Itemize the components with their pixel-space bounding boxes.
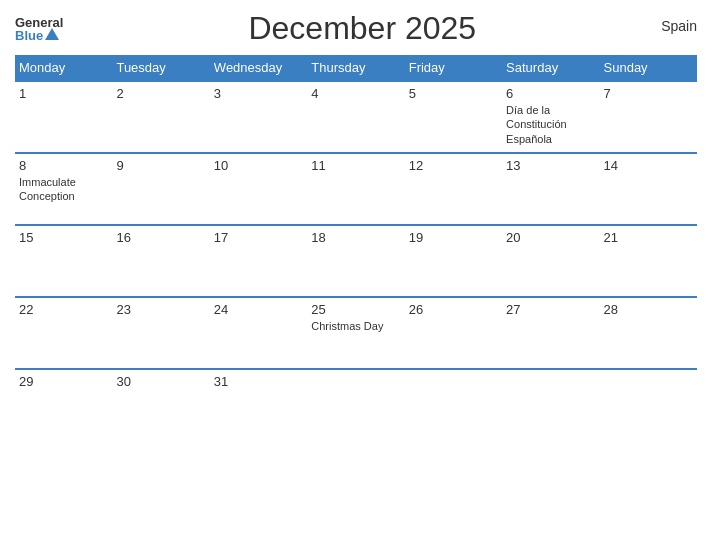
month-title: December 2025 [63,10,661,47]
calendar-week-row: 293031 [15,369,697,441]
day-number: 10 [214,158,303,173]
calendar-cell: 12 [405,153,502,225]
day-number: 20 [506,230,595,245]
calendar-week-row: 123456Día de la Constitución Española7 [15,81,697,153]
calendar-cell: 5 [405,81,502,153]
holiday-label: Immaculate Conception [19,176,76,202]
calendar-cell: 26 [405,297,502,369]
calendar-cell: 27 [502,297,599,369]
calendar-cell: 19 [405,225,502,297]
calendar-cell: 25Christmas Day [307,297,404,369]
logo-blue-text: Blue [15,29,43,42]
day-number: 11 [311,158,400,173]
calendar-cell: 13 [502,153,599,225]
day-number: 31 [214,374,303,389]
col-thursday: Thursday [307,55,404,81]
day-number: 19 [409,230,498,245]
col-tuesday: Tuesday [112,55,209,81]
day-number: 21 [604,230,693,245]
logo-general-text: General [15,16,63,29]
day-number: 17 [214,230,303,245]
calendar-cell: 7 [600,81,697,153]
day-number: 14 [604,158,693,173]
calendar-body: 123456Día de la Constitución Española78I… [15,81,697,441]
day-number: 24 [214,302,303,317]
day-number: 15 [19,230,108,245]
calendar-cell [600,369,697,441]
calendar-cell: 21 [600,225,697,297]
calendar-cell: 11 [307,153,404,225]
calendar-cell: 30 [112,369,209,441]
day-number: 5 [409,86,498,101]
day-number: 1 [19,86,108,101]
calendar-cell: 8Immaculate Conception [15,153,112,225]
day-number: 7 [604,86,693,101]
calendar-header: General Blue December 2025 Spain [15,10,697,47]
col-friday: Friday [405,55,502,81]
calendar-cell: 2 [112,81,209,153]
day-number: 23 [116,302,205,317]
calendar-cell: 15 [15,225,112,297]
calendar-header-row: Monday Tuesday Wednesday Thursday Friday… [15,55,697,81]
col-sunday: Sunday [600,55,697,81]
calendar-cell: 23 [112,297,209,369]
col-wednesday: Wednesday [210,55,307,81]
day-number: 6 [506,86,595,101]
calendar-week-row: 15161718192021 [15,225,697,297]
calendar-cell: 1 [15,81,112,153]
logo: General Blue [15,16,63,42]
day-number: 3 [214,86,303,101]
calendar-cell: 9 [112,153,209,225]
calendar-cell [502,369,599,441]
day-number: 30 [116,374,205,389]
day-number: 4 [311,86,400,101]
calendar-cell [307,369,404,441]
calendar-table: Monday Tuesday Wednesday Thursday Friday… [15,55,697,441]
calendar-cell: 3 [210,81,307,153]
calendar-cell: 28 [600,297,697,369]
calendar-cell: 4 [307,81,404,153]
calendar-cell: 17 [210,225,307,297]
day-number: 25 [311,302,400,317]
calendar-wrapper: General Blue December 2025 Spain Monday … [0,0,712,550]
day-number: 12 [409,158,498,173]
col-monday: Monday [15,55,112,81]
calendar-week-row: 8Immaculate Conception91011121314 [15,153,697,225]
calendar-week-row: 22232425Christmas Day262728 [15,297,697,369]
holiday-label: Christmas Day [311,320,383,332]
holiday-label: Día de la Constitución Española [506,104,567,145]
day-number: 9 [116,158,205,173]
day-number: 22 [19,302,108,317]
day-number: 16 [116,230,205,245]
calendar-cell: 24 [210,297,307,369]
calendar-cell: 29 [15,369,112,441]
country-label: Spain [661,10,697,34]
calendar-cell: 20 [502,225,599,297]
calendar-cell [405,369,502,441]
calendar-cell: 18 [307,225,404,297]
calendar-cell: 6Día de la Constitución Española [502,81,599,153]
day-number: 8 [19,158,108,173]
day-number: 18 [311,230,400,245]
calendar-cell: 16 [112,225,209,297]
calendar-cell: 10 [210,153,307,225]
day-number: 27 [506,302,595,317]
col-saturday: Saturday [502,55,599,81]
day-number: 26 [409,302,498,317]
calendar-cell: 31 [210,369,307,441]
day-number: 2 [116,86,205,101]
calendar-cell: 14 [600,153,697,225]
day-number: 13 [506,158,595,173]
calendar-cell: 22 [15,297,112,369]
logo-triangle-icon [45,28,59,40]
day-number: 28 [604,302,693,317]
day-number: 29 [19,374,108,389]
